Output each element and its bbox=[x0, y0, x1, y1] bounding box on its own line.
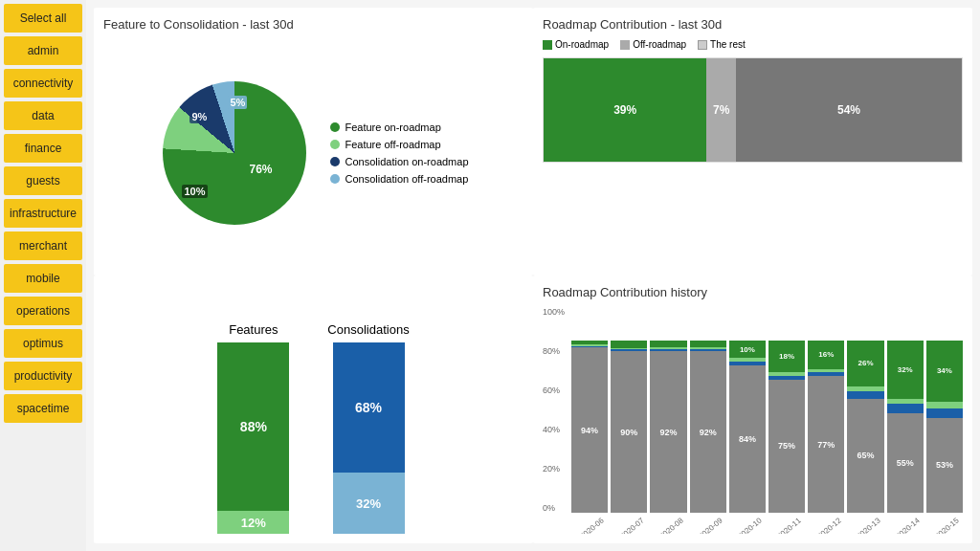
sidebar-btn-finance[interactable]: finance bbox=[4, 134, 82, 163]
legend-label-feature-off: Feature off-roadmap bbox=[345, 139, 440, 150]
history-bar-green bbox=[611, 341, 647, 348]
pie-label-10: 10% bbox=[182, 185, 207, 198]
history-bar-green: 10% bbox=[729, 341, 766, 358]
features-segment-off: 12% bbox=[217, 511, 289, 534]
history-bar-gray: 84% bbox=[729, 365, 766, 513]
history-bar-group: 94% bbox=[571, 307, 608, 513]
history-bar-group: 92% bbox=[690, 307, 726, 513]
legend-item-feature-off: Feature off-roadmap bbox=[330, 139, 468, 150]
sidebar-btn-productivity[interactable]: productivity bbox=[4, 362, 82, 390]
history-x-label: 2020-08 bbox=[657, 517, 684, 534]
history-bar-green bbox=[650, 341, 686, 347]
history-x-label: 2020-09 bbox=[697, 517, 724, 534]
y-axis: 100% 80% 60% 40% 20% 0% bbox=[543, 307, 571, 534]
history-bar: 26%65% bbox=[847, 341, 883, 513]
legend-sq-rest bbox=[698, 40, 707, 50]
legend-label-off: Off-roadmap bbox=[633, 39, 686, 50]
history-bar: 94% bbox=[571, 341, 608, 513]
sidebar-btn-guests[interactable]: guests bbox=[4, 166, 82, 195]
history-bar-gray: 53% bbox=[926, 418, 963, 513]
history-bar: 32%55% bbox=[887, 341, 924, 513]
sidebar-btn-select-all[interactable]: Select all bbox=[4, 4, 82, 33]
history-bar-blue bbox=[847, 391, 883, 398]
history-x-label: 2020-14 bbox=[894, 517, 921, 534]
legend-item-feature-on: Feature on-roadmap bbox=[330, 121, 468, 133]
legend-dot-feature-off bbox=[330, 140, 340, 149]
history-bars-row: 94%90%92%92%10%84%18%75%16%77%26%65%32%5… bbox=[571, 307, 963, 513]
roadmap-legend-rest: The rest bbox=[698, 39, 746, 50]
history-bar-gray: 92% bbox=[650, 351, 686, 513]
history-bar: 10%84% bbox=[729, 341, 766, 513]
history-bar: 92% bbox=[690, 341, 726, 513]
main-content: Feature to Consolidation - last 30d bbox=[86, 0, 980, 551]
sidebar-btn-operations[interactable]: operations bbox=[4, 297, 82, 325]
history-bar-gray: 77% bbox=[808, 376, 844, 513]
legend-label-feature-on: Feature on-roadmap bbox=[345, 121, 440, 133]
sidebar-btn-admin[interactable]: admin bbox=[4, 36, 82, 65]
roadmap-stacked-bar: 39% 7% 54% bbox=[543, 57, 963, 163]
history-bar-group: 10%84% bbox=[729, 307, 766, 513]
roadmap-legend-on: On-roadmap bbox=[543, 39, 609, 50]
roadmap-segment-rest: 54% bbox=[736, 58, 962, 162]
sidebar-btn-connectivity[interactable]: connectivity bbox=[4, 69, 82, 98]
history-x-label: 2020-13 bbox=[855, 517, 881, 534]
features-label: Features bbox=[229, 322, 278, 337]
y-60: 60% bbox=[543, 386, 568, 395]
roadmap-legend-off: Off-roadmap bbox=[620, 39, 686, 50]
sidebar-btn-mobile[interactable]: mobile bbox=[4, 264, 82, 293]
history-bar-blue bbox=[887, 404, 924, 412]
roadmap-segment-off: 7% bbox=[706, 58, 736, 162]
legend-dot-consolidation-on bbox=[330, 157, 340, 166]
sidebar-btn-spacetime[interactable]: spacetime bbox=[4, 394, 82, 423]
sidebar-btn-merchant[interactable]: merchant bbox=[4, 231, 82, 260]
history-x-label: 2020-12 bbox=[815, 517, 842, 534]
history-bar-gray: 94% bbox=[571, 347, 608, 513]
history-x-label: 2020-11 bbox=[776, 517, 803, 534]
pie-label-76: 76% bbox=[249, 163, 272, 176]
history-bar-green: 18% bbox=[768, 341, 805, 372]
history-bar-group: 26%65% bbox=[847, 307, 883, 513]
sidebar: Select alladminconnectivitydatafinancegu… bbox=[0, 0, 86, 551]
history-bar: 90% bbox=[611, 341, 647, 513]
pie-chart: 76% 10% 9% 5% bbox=[158, 77, 311, 230]
consolidations-segment-off: 32% bbox=[333, 473, 405, 534]
history-bar-green: 26% bbox=[847, 341, 883, 386]
history-x-label: 2020-07 bbox=[618, 517, 645, 534]
y-80: 80% bbox=[543, 346, 568, 356]
pie-legend: Feature on-roadmap Feature off-roadmap C… bbox=[330, 121, 468, 185]
pie-chart-title: Feature to Consolidation - last 30d bbox=[103, 17, 523, 32]
history-x-label: 2020-15 bbox=[934, 517, 961, 534]
history-bar-group: 92% bbox=[650, 307, 686, 513]
y-100: 100% bbox=[543, 307, 568, 317]
roadmap-segment-on: 39% bbox=[544, 58, 706, 162]
history-bar: 92% bbox=[650, 341, 686, 513]
pie-labels-overlay: 76% 10% 9% 5% bbox=[163, 81, 306, 225]
legend-item-consolidation-off: Consolidation off-roadmap bbox=[330, 173, 468, 185]
history-bar-green bbox=[690, 341, 726, 347]
pie-label-9: 9% bbox=[189, 110, 209, 123]
history-bar-gray: 90% bbox=[611, 351, 647, 513]
history-bars-wrapper: 94%90%92%92%10%84%18%75%16%77%26%65%32%5… bbox=[571, 307, 963, 534]
history-bar-green: 34% bbox=[926, 341, 963, 402]
sidebar-btn-optimus[interactable]: optimus bbox=[4, 329, 82, 358]
history-bar-lgreen bbox=[926, 402, 963, 409]
features-bars-container: Features 88% 12% Consolidations 68% 32% bbox=[103, 285, 523, 534]
history-chart-container: 100% 80% 60% 40% 20% 0% 94%90%92%92%10%8… bbox=[543, 307, 963, 534]
y-40: 40% bbox=[543, 425, 568, 434]
features-bar-group: Features 88% 12% bbox=[217, 322, 289, 534]
history-x-labels: 2020-062020-072020-082020-092020-102020-… bbox=[571, 513, 963, 534]
consolidations-segment-on: 68% bbox=[333, 342, 405, 473]
history-bar: 16%77% bbox=[808, 341, 844, 513]
y-0: 0% bbox=[543, 503, 568, 513]
features-bar: 88% 12% bbox=[217, 342, 289, 534]
history-bar-group: 34%53% bbox=[926, 307, 963, 513]
history-bar-group: 90% bbox=[611, 307, 647, 513]
sidebar-btn-infrastructure[interactable]: infrastructure bbox=[4, 199, 82, 228]
history-panel: Roadmap Contribution history 100% 80% 60… bbox=[533, 276, 972, 543]
consolidations-bar: 68% 32% bbox=[333, 342, 405, 534]
history-title: Roadmap Contribution history bbox=[543, 285, 963, 299]
history-x-label: 2020-06 bbox=[579, 517, 606, 534]
sidebar-btn-data[interactable]: data bbox=[4, 101, 82, 130]
history-bar-group: 32%55% bbox=[887, 307, 924, 513]
consolidations-label: Consolidations bbox=[327, 322, 409, 337]
